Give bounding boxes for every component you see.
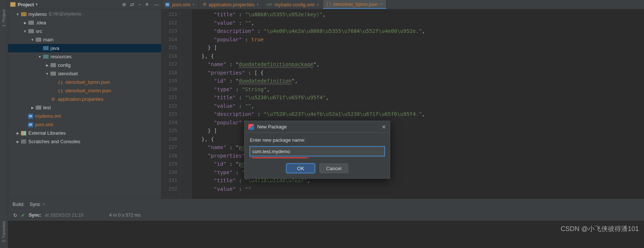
close-icon[interactable]: × [192,2,195,7]
new-package-dialog: New Package ✕ Enter new package name: OK… [244,121,390,179]
close-icon[interactable]: × [256,2,259,7]
tab-label: stencilset_bpmn.json [333,1,378,7]
check-icon: ✔ [21,213,25,218]
dialog-label: Enter new package name: [250,137,385,143]
tree-row[interactable]: ▶.idea [8,18,161,27]
dialog-titlebar: New Package ✕ [245,121,390,133]
editor-tabs: mpom.xml×⚙application.properties×</>myba… [161,0,644,9]
tree-label: stencilset_cmmn.json [65,88,111,93]
tree-label: .idea [36,20,46,25]
tree-arrow-icon[interactable]: ▼ [23,30,27,33]
build-label: Build: [13,202,25,207]
tree-label: src [36,28,42,34]
tree-arrow-icon[interactable]: ▼ [15,13,20,16]
tab-label: mybatis-config.xml [274,2,314,7]
reload-icon[interactable]: ↻ [13,213,17,218]
dialog-title: New Package [257,124,287,130]
side-tab-favorites[interactable]: 2: Favorites [1,219,7,244]
editor-tab[interactable]: mpom.xml× [161,0,199,9]
tree-label: java [50,45,59,51]
red-underline-annotation [250,157,385,158]
tree-arrow-icon[interactable]: ▶ [15,140,20,144]
tree-label: main [43,37,53,42]
locate-icon[interactable]: ⊕ [122,1,126,7]
tree-label: stencilset_bpmn.json [65,79,110,85]
tree-row[interactable]: ▶config [8,61,161,69]
close-icon[interactable]: × [42,202,45,207]
tree-arrow-icon[interactable]: ▶ [23,21,27,25]
tree-label: pom.xml [35,122,53,127]
project-icon [10,2,15,7]
tree-arrow-icon[interactable]: ▼ [45,72,49,76]
status-row: ↻ ✔ Sync: at 2023/2/15 21:19 4 m 0 s 572… [8,210,644,221]
chevron-down-icon[interactable]: ▼ [35,3,38,6]
tree-label: test [43,105,51,110]
fold-gutter [181,9,192,199]
tree-row[interactable]: ▼resources [8,52,161,61]
project-panel-header: Project ▼ ⊕ ⇄ − ✶ — [8,0,161,9]
close-icon[interactable]: × [380,2,382,6]
collapse-icon[interactable]: − [138,1,141,7]
tree-row[interactable]: ▶Scratches and Consoles [8,137,161,146]
editor-tab[interactable]: { }stencilset_bpmn.json× [323,0,386,9]
tree-arrow-icon[interactable]: ▼ [30,38,35,42]
sync-label: Sync: [29,213,41,218]
sync-duration: 4 m 0 s 572 ms [109,213,140,218]
tree-row[interactable]: ▶java [8,44,161,52]
code-area[interactable]: 211 212 213 214 215 216 217 218 219 220 … [161,9,644,199]
tree-row[interactable]: ▶{ }stencilset_cmmn.json [8,86,161,95]
tree-row[interactable]: ▼main [8,35,161,44]
tree-row[interactable]: ▶⚙application.properties [8,95,161,103]
tree-row[interactable]: ▶{ }stencilset_bpmn.json [8,78,161,86]
tab-label: pom.xml [172,2,190,7]
close-icon[interactable]: ✕ [382,124,386,130]
expand-icon[interactable]: ⇄ [130,1,134,7]
sync-tab-label: Sync [30,202,41,207]
tree-label: config [58,62,71,68]
tree-row[interactable]: ▶mpom.xml [8,120,161,129]
tree-row[interactable]: ▶mmydemo.iml [8,112,161,120]
project-panel: Project ▼ ⊕ ⇄ − ✶ — ▼mydemo E:\毕设\mydemo… [8,0,161,199]
gear-icon[interactable]: ✶ [145,1,149,7]
tree-label: resources [50,54,71,59]
tree-row[interactable]: ▶test [8,103,161,112]
line-numbers: 211 212 213 214 215 216 217 218 219 220 … [161,9,181,199]
tree-row[interactable]: ▼mydemo E:\毕设\mydemo [8,10,161,18]
project-panel-title[interactable]: Project [18,2,34,7]
build-bar: Build: Sync × [8,199,644,210]
ok-button[interactable]: OK [286,163,315,173]
editor-area: mpom.xml×⚙application.properties×</>myba… [161,0,644,199]
tree-arrow-icon[interactable]: ▶ [15,131,20,135]
tree-path: E:\毕设\mydemo [49,11,81,17]
tree-arrow-icon[interactable]: ▼ [38,55,42,59]
cancel-button[interactable]: Cancel [319,163,348,173]
tree-row[interactable]: ▼src [8,27,161,35]
tree-label: mydemo.iml [35,113,61,119]
hide-panel-icon[interactable]: — [154,2,159,7]
editor-tab[interactable]: ⚙application.properties× [199,0,263,9]
tree-label: Scratches and Consoles [28,139,80,144]
tree-row[interactable]: ▼stencilset [8,69,161,78]
package-name-input[interactable] [250,147,385,156]
close-icon[interactable]: × [316,2,319,7]
left-gutter: 1: Project 2: Favorites [0,0,8,248]
side-tab-project[interactable]: 1: Project [1,7,7,29]
tree-label: mydemo [28,11,47,17]
sync-tab[interactable]: Sync × [30,202,46,207]
sync-timestamp: at 2023/2/15 21:19 [45,213,83,218]
tree-label: application.properties [58,96,104,102]
tree-label: External Libraries [28,130,66,136]
tree-arrow-icon[interactable]: ▶ [30,106,35,110]
tab-label: application.properties [209,2,255,7]
watermark: CSDN @小飞侠彼得潘101 [561,224,639,233]
tree-arrow-icon[interactable]: ▶ [45,63,49,67]
tree-label: stencilset [58,71,78,76]
tree-row[interactable]: ▶External Libraries [8,129,161,137]
project-tree[interactable]: ▼mydemo E:\毕设\mydemo▶.idea▼src▼main▶java… [8,9,161,199]
editor-tab[interactable]: </>mybatis-config.xml× [263,0,323,9]
app-icon [248,124,254,130]
